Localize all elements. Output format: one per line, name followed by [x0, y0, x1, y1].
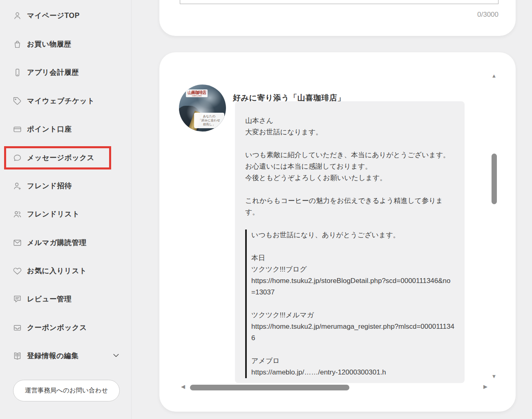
sidebar-item-message-box[interactable]: メッセージボックス: [13, 152, 94, 163]
quoted-message-line: [251, 344, 454, 355]
sidebar-item-label: メッセージボックス: [27, 153, 94, 163]
mail-icon: [13, 238, 22, 247]
quoted-message-line: いつもお世話になり、ありがとうございます。: [251, 230, 454, 241]
avatar-caption: あなたの 「好みに合わせ 焙煎し」: [194, 113, 224, 128]
scroll-down-icon[interactable]: [491, 373, 497, 380]
sidebar-item-purchase-history[interactable]: お買い物履歴: [13, 38, 72, 50]
shopping-bag-icon: [13, 40, 22, 49]
quoted-message-line: 本日: [251, 252, 454, 264]
quoted-message-line: ツクツク!!!ブログ: [251, 264, 454, 275]
user-icon: [13, 11, 22, 20]
message-body-line: [245, 184, 454, 195]
mypage-screen: マイページTOP お買い物履歴 アプリ会計履歴 マイウェブチケット ポイント口座…: [0, 0, 532, 419]
message-body-line: [245, 138, 454, 149]
quoted-message-line: アメブロ: [251, 355, 454, 367]
sidebar-item-label: お気に入りリスト: [27, 266, 87, 276]
user-plus-icon: [13, 182, 22, 190]
quoted-message-line: [251, 298, 454, 310]
message-body-line: 山本さん: [245, 115, 454, 127]
chat-bubble-icon: [13, 154, 22, 162]
message-detail-card: 山喜珈琲店 自家焙煎珈琲 あなたの 「好みに合わせ 焙煎し」 好みに寄り添う「山…: [159, 52, 516, 412]
message-bubble: 山本さん大変お世話になります。 いつも素敵に紹介していただき、本当にありがとうご…: [235, 101, 465, 383]
users-icon: [13, 210, 22, 218]
avatar-caption-line: 「好みに合わせ: [195, 118, 224, 123]
sidebar-item-label: マイウェブチケット: [27, 96, 95, 106]
sidebar-item-edit-registration[interactable]: 登録情報の編集: [13, 350, 78, 361]
sidebar-item-label: アプリ会計履歴: [27, 67, 79, 77]
quoted-message-line: ツクツク!!!メルマガ: [251, 310, 454, 321]
message-body-line: いつも素敵に紹介していただき、本当にありがとうございます。: [245, 149, 454, 161]
sidebar-item-label: ポイント口座: [27, 124, 72, 134]
sidebar-item-label: フレンドリスト: [27, 209, 80, 219]
heart-icon: [13, 267, 22, 275]
avatar-caption-line: あなたの: [195, 114, 224, 118]
message-body-line: 今後ともどうぞよろしくお願いいたします。: [245, 172, 454, 184]
horizontal-scrollbar-thumb[interactable]: [190, 385, 349, 390]
vertical-scrollbar-thumb[interactable]: [492, 154, 497, 204]
sidebar-item-friend-invite[interactable]: フレンド招待: [13, 180, 72, 192]
sidebar-item-label: フレンド招待: [27, 181, 72, 191]
tag-icon: [13, 97, 22, 105]
coupon-box-icon: [13, 323, 22, 332]
quoted-message: いつもお世話になり、ありがとうございます。 本日ツクツク!!!ブログhttps:…: [245, 230, 454, 378]
sidebar-item-label: マイページTOP: [27, 11, 80, 20]
scroll-left-icon[interactable]: [180, 383, 186, 390]
sidebar-item-favorites-list[interactable]: お気に入りリスト: [13, 265, 87, 276]
message-body-line: [245, 218, 454, 230]
sidebar-item-mypage-top[interactable]: マイページTOP: [13, 10, 80, 21]
scroll-up-icon[interactable]: [491, 73, 497, 79]
scroll-right-icon[interactable]: [482, 383, 489, 390]
quoted-message-line: [251, 241, 454, 252]
review-comment-icon: [13, 295, 22, 303]
sidebar-item-point-account[interactable]: ポイント口座: [13, 123, 72, 135]
sidebar-item-label: レビュー管理: [27, 294, 72, 304]
smartphone-icon: [13, 68, 22, 77]
chevron-down-icon[interactable]: [112, 351, 120, 359]
message-body-line: これからもコーヒーの魅力をお伝えできるよう精進して参ります。: [245, 195, 454, 218]
message-body-line: 大変お世話になります。: [245, 127, 454, 138]
quoted-message-line: https://home.tsuku2.jp/storeBlogDetail.p…: [251, 275, 454, 298]
sidebar-item-label: お買い物履歴: [27, 39, 72, 49]
sidebar-item-newsletter-management[interactable]: メルマガ購読管理: [13, 237, 87, 248]
sidebar-item-my-web-ticket[interactable]: マイウェブチケット: [13, 95, 95, 107]
quoted-message-line: https://ameblo.jp/……/entry-12000300301.h: [251, 367, 454, 378]
card-icon: [13, 125, 22, 134]
sidebar-item-label: 登録情報の編集: [27, 351, 78, 361]
avatar-logo: 山喜珈琲店 自家焙煎珈琲: [186, 89, 208, 97]
char-counter: 0/3000: [477, 11, 498, 19]
sidebar-item-label: クーポンボックス: [27, 323, 87, 332]
sidebar-item-coupon-box[interactable]: クーポンボックス: [13, 322, 87, 333]
avatar-logo-text: 山喜珈琲店: [188, 90, 206, 95]
message-composer-card: 0/3000: [159, 0, 516, 36]
message-input[interactable]: [180, 0, 498, 4]
book-icon: [13, 352, 22, 360]
message-body: 山本さん大変お世話になります。 いつも素敵に紹介していただき、本当にありがとうご…: [245, 115, 454, 230]
contact-admin-button[interactable]: 運営事務局へのお問い合わせ: [13, 380, 120, 401]
avatar-caption-line: 焙煎し」: [195, 123, 224, 127]
message-body-line: お心遣いには本当に感謝しております。: [245, 161, 454, 172]
sidebar-item-app-payment-history[interactable]: アプリ会計履歴: [13, 67, 79, 78]
sidebar-item-friend-list[interactable]: フレンドリスト: [13, 208, 80, 220]
sender-avatar: 山喜珈琲店 自家焙煎珈琲 あなたの 「好みに合わせ 焙煎し」: [179, 85, 226, 131]
sidebar: マイページTOP お買い物履歴 アプリ会計履歴 マイウェブチケット ポイント口座…: [0, 0, 132, 419]
quoted-message-line: https://home.tsuku2.jp/merumaga_register…: [251, 321, 454, 344]
sidebar-item-label: メルマガ購読管理: [27, 238, 87, 247]
sidebar-item-review-management[interactable]: レビュー管理: [13, 293, 72, 305]
avatar-logo-subtext: 自家焙煎珈琲: [188, 95, 206, 97]
